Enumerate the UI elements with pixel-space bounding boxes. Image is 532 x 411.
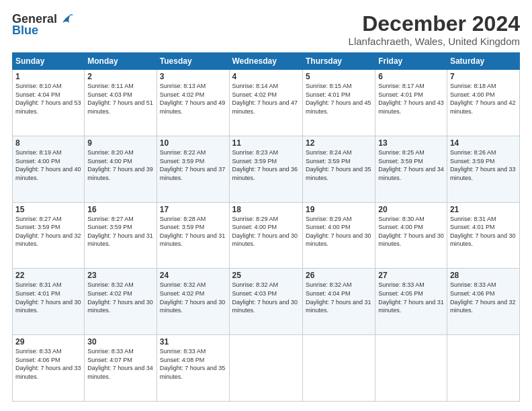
day-info: Sunrise: 8:31 AMSunset: 4:01 PMDaylight:… <box>15 281 81 314</box>
table-row: 16 Sunrise: 8:27 AMSunset: 3:59 PMDaylig… <box>85 202 157 269</box>
col-monday: Monday <box>85 53 157 70</box>
day-info: Sunrise: 8:32 AMSunset: 4:02 PMDaylight:… <box>87 281 153 314</box>
day-number: 15 <box>15 205 81 214</box>
day-number: 20 <box>378 205 444 214</box>
day-number: 17 <box>160 205 226 214</box>
calendar-table: Sunday Monday Tuesday Wednesday Thursday… <box>12 52 520 402</box>
day-number: 6 <box>378 72 444 81</box>
table-row: 24 Sunrise: 8:32 AMSunset: 4:02 PMDaylig… <box>157 269 229 335</box>
table-row: 9 Sunrise: 8:20 AMSunset: 4:00 PMDayligh… <box>85 136 157 202</box>
col-friday: Friday <box>375 53 447 70</box>
col-wednesday: Wednesday <box>229 53 302 70</box>
day-info: Sunrise: 8:29 AMSunset: 4:00 PMDaylight:… <box>306 216 371 248</box>
day-info: Sunrise: 8:15 AMSunset: 4:01 PMDaylight:… <box>306 83 371 115</box>
col-saturday: Saturday <box>447 53 519 70</box>
day-number: 4 <box>232 72 300 81</box>
day-info: Sunrise: 8:32 AMSunset: 4:03 PMDaylight:… <box>232 281 298 314</box>
day-number: 1 <box>15 72 81 81</box>
day-info: Sunrise: 8:30 AMSunset: 4:00 PMDaylight:… <box>378 216 444 248</box>
col-thursday: Thursday <box>302 53 375 70</box>
table-row: 21 Sunrise: 8:31 AMSunset: 4:01 PMDaylig… <box>447 202 519 269</box>
table-row: 30 Sunrise: 8:33 AMSunset: 4:07 PMDaylig… <box>85 335 157 402</box>
day-info: Sunrise: 8:19 AMSunset: 4:00 PMDaylight:… <box>15 149 81 181</box>
day-info: Sunrise: 8:24 AMSunset: 3:59 PMDaylight:… <box>306 149 371 181</box>
table-row <box>375 335 447 402</box>
day-number: 14 <box>450 138 517 148</box>
day-info: Sunrise: 8:33 AMSunset: 4:07 PMDaylight:… <box>87 348 153 380</box>
day-number: 22 <box>15 271 81 280</box>
day-info: Sunrise: 8:28 AMSunset: 3:59 PMDaylight:… <box>160 216 226 248</box>
day-info: Sunrise: 8:26 AMSunset: 3:59 PMDaylight:… <box>450 149 516 181</box>
day-number: 25 <box>232 271 300 280</box>
table-row: 6 Sunrise: 8:17 AMSunset: 4:01 PMDayligh… <box>375 70 447 136</box>
logo: General Blue <box>12 12 73 38</box>
logo-bird-icon <box>58 13 73 26</box>
location: Llanfachraeth, Wales, United Kingdom <box>349 36 520 47</box>
day-info: Sunrise: 8:31 AMSunset: 4:01 PMDaylight:… <box>450 216 516 248</box>
page: General Blue December 2024 Llanfachraeth… <box>0 0 532 411</box>
day-info: Sunrise: 8:13 AMSunset: 4:02 PMDaylight:… <box>160 83 226 115</box>
day-number: 9 <box>87 138 153 148</box>
day-number: 29 <box>15 337 81 347</box>
table-row: 29 Sunrise: 8:33 AMSunset: 4:06 PMDaylig… <box>13 335 85 402</box>
day-number: 27 <box>378 271 444 280</box>
logo-blue: Blue <box>12 24 38 38</box>
table-row: 28 Sunrise: 8:33 AMSunset: 4:06 PMDaylig… <box>447 269 519 335</box>
day-number: 31 <box>160 337 226 347</box>
table-row: 11 Sunrise: 8:23 AMSunset: 3:59 PMDaylig… <box>229 136 302 202</box>
day-number: 7 <box>450 72 517 81</box>
table-row: 31 Sunrise: 8:33 AMSunset: 4:08 PMDaylig… <box>157 335 229 402</box>
day-info: Sunrise: 8:14 AMSunset: 4:02 PMDaylight:… <box>232 83 298 115</box>
table-row: 1 Sunrise: 8:10 AMSunset: 4:04 PMDayligh… <box>13 70 85 136</box>
table-row: 17 Sunrise: 8:28 AMSunset: 3:59 PMDaylig… <box>157 202 229 269</box>
day-info: Sunrise: 8:22 AMSunset: 3:59 PMDaylight:… <box>160 149 226 181</box>
col-sunday: Sunday <box>13 53 85 70</box>
table-row <box>229 335 302 402</box>
day-info: Sunrise: 8:23 AMSunset: 3:59 PMDaylight:… <box>232 149 298 181</box>
month-title: December 2024 <box>349 12 520 36</box>
day-number: 26 <box>306 271 372 280</box>
day-info: Sunrise: 8:33 AMSunset: 4:08 PMDaylight:… <box>160 348 226 380</box>
title-block: December 2024 Llanfachraeth, Wales, Unit… <box>349 12 520 47</box>
table-row: 4 Sunrise: 8:14 AMSunset: 4:02 PMDayligh… <box>229 70 302 136</box>
day-info: Sunrise: 8:33 AMSunset: 4:06 PMDaylight:… <box>15 348 81 380</box>
table-row: 18 Sunrise: 8:29 AMSunset: 4:00 PMDaylig… <box>229 202 302 269</box>
day-number: 30 <box>87 337 153 347</box>
day-info: Sunrise: 8:29 AMSunset: 4:00 PMDaylight:… <box>232 216 298 248</box>
day-number: 13 <box>378 138 444 148</box>
header: General Blue December 2024 Llanfachraeth… <box>12 12 520 47</box>
table-row: 10 Sunrise: 8:22 AMSunset: 3:59 PMDaylig… <box>157 136 229 202</box>
day-info: Sunrise: 8:20 AMSunset: 4:00 PMDaylight:… <box>87 149 153 181</box>
table-row: 15 Sunrise: 8:27 AMSunset: 3:59 PMDaylig… <box>13 202 85 269</box>
day-info: Sunrise: 8:10 AMSunset: 4:04 PMDaylight:… <box>15 83 81 115</box>
table-row: 8 Sunrise: 8:19 AMSunset: 4:00 PMDayligh… <box>13 136 85 202</box>
day-info: Sunrise: 8:18 AMSunset: 4:00 PMDaylight:… <box>450 83 516 115</box>
day-number: 19 <box>306 205 372 214</box>
day-number: 11 <box>232 138 300 148</box>
table-row <box>302 335 375 402</box>
day-number: 5 <box>306 72 372 81</box>
day-info: Sunrise: 8:11 AMSunset: 4:03 PMDaylight:… <box>87 83 153 115</box>
table-row: 5 Sunrise: 8:15 AMSunset: 4:01 PMDayligh… <box>302 70 375 136</box>
table-row: 26 Sunrise: 8:32 AMSunset: 4:04 PMDaylig… <box>302 269 375 335</box>
day-info: Sunrise: 8:27 AMSunset: 3:59 PMDaylight:… <box>87 216 153 248</box>
day-number: 21 <box>450 205 517 214</box>
table-row: 23 Sunrise: 8:32 AMSunset: 4:02 PMDaylig… <box>85 269 157 335</box>
table-row: 14 Sunrise: 8:26 AMSunset: 3:59 PMDaylig… <box>447 136 519 202</box>
day-number: 28 <box>450 271 517 280</box>
table-row: 7 Sunrise: 8:18 AMSunset: 4:00 PMDayligh… <box>447 70 519 136</box>
day-number: 2 <box>87 72 153 81</box>
day-number: 23 <box>87 271 153 280</box>
day-info: Sunrise: 8:33 AMSunset: 4:05 PMDaylight:… <box>378 281 444 314</box>
table-row: 27 Sunrise: 8:33 AMSunset: 4:05 PMDaylig… <box>375 269 447 335</box>
table-row: 20 Sunrise: 8:30 AMSunset: 4:00 PMDaylig… <box>375 202 447 269</box>
day-info: Sunrise: 8:32 AMSunset: 4:04 PMDaylight:… <box>306 281 371 314</box>
day-info: Sunrise: 8:25 AMSunset: 3:59 PMDaylight:… <box>378 149 444 181</box>
table-row: 13 Sunrise: 8:25 AMSunset: 3:59 PMDaylig… <box>375 136 447 202</box>
day-number: 3 <box>160 72 226 81</box>
day-number: 18 <box>232 205 300 214</box>
day-number: 8 <box>15 138 81 148</box>
day-info: Sunrise: 8:32 AMSunset: 4:02 PMDaylight:… <box>160 281 226 314</box>
table-row: 19 Sunrise: 8:29 AMSunset: 4:00 PMDaylig… <box>302 202 375 269</box>
table-row: 2 Sunrise: 8:11 AMSunset: 4:03 PMDayligh… <box>85 70 157 136</box>
